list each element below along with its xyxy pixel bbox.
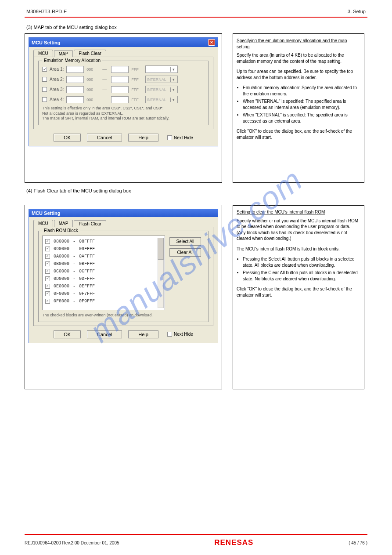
cancel-button[interactable]: Cancel	[87, 134, 122, 141]
list-item[interactable]: ✓0B0000-0BFFFF	[43, 260, 165, 268]
area1-start-suffix: 000	[86, 67, 98, 72]
area4-label: Area 4:	[50, 97, 64, 102]
next-hide-label: Next Hide	[174, 135, 193, 140]
area1-end-input[interactable]	[111, 66, 129, 73]
close-icon[interactable]: ×	[208, 39, 215, 46]
renesas-logo: RENESAS	[214, 538, 253, 547]
block-checkbox[interactable]: ✓	[45, 299, 50, 304]
ok-button[interactable]: OK	[54, 134, 81, 141]
area2-select[interactable]: INTERNAL▾	[145, 76, 178, 83]
scrollbar-thumb[interactable]	[158, 238, 164, 260]
doc-id: M306H7T3-RPD-E	[26, 9, 67, 14]
block-checkbox[interactable]: ✓	[45, 261, 50, 266]
flash-desc-p1: Specify whether or not you want the MCU'…	[237, 218, 360, 242]
area2-start-input[interactable]	[66, 76, 84, 83]
list-item[interactable]: ✓0F8000-0F9FFF	[43, 297, 165, 305]
area2-end-input[interactable]	[111, 76, 129, 83]
block-checkbox[interactable]: ✓	[45, 254, 50, 259]
list-item[interactable]: ✓090000-09FFFF	[43, 245, 165, 253]
area3-start-input[interactable]	[66, 86, 84, 93]
area4-end-input[interactable]	[111, 96, 129, 103]
area3-end-input[interactable]	[111, 86, 129, 93]
select-all-button[interactable]: Select All	[169, 237, 201, 246]
help-button[interactable]: Help	[128, 330, 158, 338]
area-row-3: Area 3: 000 — FFF INTERNAL▾	[42, 86, 205, 93]
block-checkbox[interactable]: ✓	[45, 284, 50, 289]
group-flash-rom-block: Flash ROM Block	[42, 228, 80, 233]
area3-select[interactable]: INTERNAL▾	[145, 86, 178, 93]
flash-description: Setting to clear the MCU's internal flas…	[233, 205, 364, 389]
clear-all-button[interactable]: Clear All	[169, 248, 201, 257]
flash-desc-li2: Pressing the Clear All button puts all b…	[243, 270, 360, 282]
area1-start-input[interactable]	[66, 66, 84, 73]
map-note: This setting is effective only in the ar…	[42, 106, 205, 121]
section-1-title: (3) MAP tab of the MCU setting dialog bo…	[26, 25, 367, 30]
area-row-1: ✓ Area 1: 000 — FFF ▾	[42, 65, 205, 73]
tab-flash-clear[interactable]: Flash Clear	[74, 220, 106, 227]
area4-start-input[interactable]	[66, 96, 84, 103]
area1-checkbox[interactable]: ✓	[42, 67, 47, 72]
next-hide-label: Next Hide	[174, 332, 193, 337]
area4-checkbox[interactable]	[42, 97, 47, 102]
list-item[interactable]: ✓080000-08FFFF	[43, 238, 165, 245]
flash-block-list[interactable]: ✓080000-08FFFF ✓090000-09FFFF ✓0A0000-0A…	[42, 236, 165, 310]
area2-label: Area 2:	[50, 77, 64, 82]
ok-button[interactable]: OK	[54, 330, 81, 338]
dialog-tabs: MCU MAP Flash Clear	[33, 220, 213, 227]
map-desc-li2: When "INTERNAL" is specified: The specif…	[243, 98, 360, 110]
block-checkbox[interactable]: ✓	[45, 239, 50, 244]
area1-select[interactable]: ▾	[145, 65, 178, 73]
mcu-setting-dialog-map: MCU Setting × MCU MAP Flash Clear Emulat…	[29, 37, 218, 146]
map-desc-p3: Click "OK" to close the dialog box, and …	[237, 128, 360, 140]
tab-flash-clear[interactable]: Flash Clear	[74, 50, 106, 57]
dialog-titlebar: MCU Setting	[29, 209, 218, 217]
flash-desc-p3: Click "OK" to close the dialog box, and …	[237, 286, 360, 298]
chevron-down-icon: ▾	[170, 87, 176, 92]
tab-map[interactable]: MAP	[54, 220, 73, 227]
header-rule	[25, 17, 367, 18]
tab-mcu[interactable]: MCU	[33, 220, 53, 227]
dialog-title: MCU Setting	[32, 210, 60, 216]
map-desc-p2: Up to four areas can be specified. Be su…	[237, 69, 360, 80]
group-emulation-memory: Emulation Memory Allocation	[42, 58, 102, 63]
dialog-titlebar: MCU Setting ×	[29, 38, 218, 47]
chapter-label: 3. Setup	[348, 9, 366, 14]
area1-label: Area 1:	[50, 67, 64, 72]
map-desc-p1: Specify the area (in units of 4 KB) to b…	[237, 52, 360, 64]
area2-checkbox[interactable]	[42, 77, 47, 82]
area3-label: Area 3:	[50, 87, 64, 92]
next-hide-checkbox[interactable]	[167, 332, 172, 337]
map-desc-title: Specifying the emulation memory allocati…	[237, 38, 360, 50]
figure-map-dialog: MCU Setting × MCU MAP Flash Clear Emulat…	[25, 33, 222, 183]
chevron-down-icon: ▾	[170, 67, 176, 72]
block-checkbox[interactable]: ✓	[45, 276, 50, 281]
dialog-title: MCU Setting	[32, 40, 60, 45]
dialog-tabs: MCU MAP Flash Clear	[33, 50, 213, 57]
list-item[interactable]: ✓0D0000-0DFFFF	[43, 275, 165, 283]
area3-checkbox[interactable]	[42, 87, 47, 92]
block-checkbox[interactable]: ✓	[45, 247, 50, 251]
list-item[interactable]: ✓0A0000-0AFFFF	[43, 253, 165, 260]
flash-desc-li1: Pressing the Select All button puts all …	[243, 256, 360, 268]
chevron-down-icon: ▾	[170, 77, 176, 82]
map-description: Specifying the emulation memory allocati…	[233, 33, 364, 183]
block-checkbox[interactable]: ✓	[45, 269, 50, 274]
list-item[interactable]: ✓0F0000-0F7FFF	[43, 290, 165, 297]
list-item[interactable]: ✓0E0000-0EFFFF	[43, 283, 165, 290]
flash-desc-title: Setting to clear the MCU's internal flas…	[237, 209, 360, 215]
map-desc-li1: Emulation memory allocation: Specify the…	[243, 85, 360, 97]
area-row-4: Area 4: 000 — FFF INTERNAL▾	[42, 96, 205, 103]
footer-page-number: ( 45 / 76 )	[349, 540, 367, 545]
help-button[interactable]: Help	[128, 134, 158, 141]
flash-desc-p2: The MCU's internal flash ROM is listed i…	[237, 246, 360, 252]
list-item[interactable]: ✓0C0000-0CFFFF	[43, 268, 165, 275]
cancel-button[interactable]: Cancel	[87, 330, 122, 338]
next-hide-checkbox[interactable]	[167, 135, 172, 140]
page-footer: REJ10J0964-0200 Rev.2.00 December 01, 20…	[0, 534, 392, 547]
area1-end-suffix: FFF	[131, 67, 143, 72]
block-checkbox[interactable]: ✓	[45, 291, 50, 296]
tab-map[interactable]: MAP	[54, 50, 73, 57]
area4-select[interactable]: INTERNAL▾	[145, 96, 178, 103]
chevron-down-icon: ▾	[170, 98, 176, 102]
tab-mcu[interactable]: MCU	[33, 50, 53, 57]
